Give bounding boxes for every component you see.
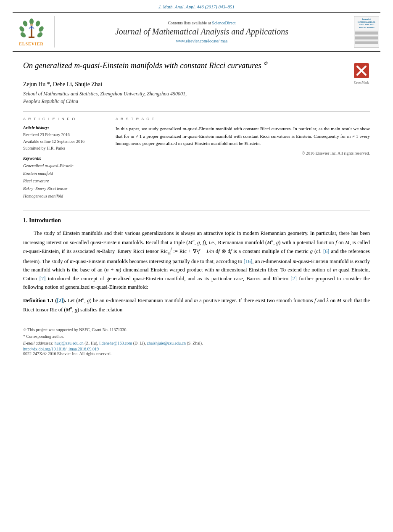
- svg-point-4: [37, 25, 44, 32]
- keyword-2: Einstein manifold: [23, 170, 107, 177]
- journal-url[interactable]: www.elsevier.com/locate/jmaa: [176, 39, 228, 43]
- svg-point-5: [19, 32, 26, 39]
- journal-title: Journal of Mathematical Analysis and App…: [115, 27, 288, 37]
- crossmark-label: CrossMark: [353, 81, 370, 84]
- elsevier-logo: ELSEVIER: [13, 16, 55, 47]
- copyright: © 2016 Elsevier Inc. All rights reserved…: [116, 151, 370, 155]
- journal-header: ELSEVIER Contents lists available at Sci…: [13, 12, 380, 52]
- thumb-image: Journal ofMATHEMATICALANALYSIS ANDAPPLIC…: [354, 16, 379, 47]
- title-text: On generalized m-quasi-Einstein manifold…: [23, 61, 268, 70]
- section-divider: [23, 211, 370, 211]
- keyword-3: Ricci curvature: [23, 177, 107, 185]
- thumb-title-text: Journal ofMATHEMATICALANALYSIS ANDAPPLIC…: [358, 18, 375, 29]
- svg-text:CrossMark: CrossMark: [356, 76, 367, 79]
- svg-line-12: [32, 27, 34, 29]
- email-li[interactable]: lldehehe@163.com: [99, 341, 132, 345]
- email-zhai[interactable]: zhaishjuie@zzu.edu.cn: [147, 341, 186, 345]
- svg-point-2: [34, 20, 40, 27]
- keyword-4: Bakry–Emery Ricci tensor: [23, 185, 107, 192]
- article-info-label: A R T I C L E I N F O: [23, 117, 107, 121]
- keywords-label: Keywords:: [23, 156, 107, 161]
- keywords-block: Keywords: Generalized m-quasi-Einstein E…: [23, 156, 107, 200]
- keywords-list: Generalized m-quasi-Einstein Einstein ma…: [23, 162, 107, 200]
- received-date: Received 23 February 2016: [23, 132, 107, 138]
- keyword-1: Generalized m-quasi-Einstein: [23, 162, 107, 170]
- svg-point-0: [29, 18, 34, 24]
- svg-line-11: [29, 27, 31, 29]
- footnote-star: ✩ This project was supported by NSFC, Gr…: [23, 327, 370, 333]
- footnote-email: E-mail addresses: huzj@zzu.edu.cn (Z. Hu…: [23, 340, 370, 347]
- svg-rect-8: [29, 37, 34, 38]
- svg-point-6: [36, 32, 43, 39]
- crossmark-icon: CrossMark: [353, 62, 370, 79]
- svg-point-1: [22, 20, 28, 27]
- authors: Zejun Hu *, Dehe Li, Shujie Zhai: [23, 81, 370, 88]
- abstract-label: A B S T R A C T: [116, 117, 370, 121]
- definition-label: Definition 1.1 ([2]).: [23, 298, 66, 303]
- intro-paragraph-1: The study of Einstein manifolds and thei…: [23, 229, 370, 292]
- crossmark-badge: CrossMark CrossMark: [353, 62, 370, 79]
- abstract-text: In this paper, we study generalized m-qu…: [116, 125, 370, 147]
- definition-text: Let (Mn, g) be an n-dimensional Riemanni…: [23, 298, 370, 313]
- journal-reference: J. Math. Anal. Appl. 446 (2017) 843–851: [0, 0, 393, 12]
- contents-available: Contents lists available at ScienceDirec…: [168, 21, 235, 25]
- article-info-column: A R T I C L E I N F O Article history: R…: [23, 117, 107, 204]
- submitted-by: Submitted by H.R. Parks: [23, 145, 107, 152]
- abstract-column: A B S T R A C T In this paper, we study …: [116, 117, 370, 204]
- page: J. Math. Anal. Appl. 446 (2017) 843–851: [0, 0, 393, 532]
- article-content: On generalized m-quasi-Einstein manifold…: [0, 52, 393, 364]
- intro-heading: 1. Introduction: [23, 217, 370, 224]
- journal-ref-text: J. Math. Anal. Appl. 446 (2017) 843–851: [158, 4, 235, 9]
- title-row: On generalized m-quasi-Einstein manifold…: [23, 60, 370, 79]
- article-history: Article history: Received 23 February 20…: [23, 125, 107, 152]
- article-title: On generalized m-quasi-Einstein manifold…: [23, 60, 349, 70]
- doi-text[interactable]: http://dx.doi.org/10.1016/j.jmaa.2016.09…: [23, 347, 99, 351]
- footnote-asterisk: * Corresponding author.: [23, 333, 370, 340]
- elsevier-label: ELSEVIER: [19, 42, 44, 46]
- affiliation-line1: School of Mathematics and Statistics, Zh…: [23, 91, 187, 97]
- header-center: Contents lists available at ScienceDirec…: [55, 16, 349, 47]
- definition-block: Definition 1.1 ([2]). Let (Mn, g) be an …: [23, 296, 370, 314]
- journal-thumbnail: Journal ofMATHEMATICALANALYSIS ANDAPPLIC…: [349, 16, 380, 47]
- article-info-abstract: A R T I C L E I N F O Article history: R…: [23, 111, 370, 204]
- affiliation: School of Mathematics and Statistics, Zh…: [23, 90, 370, 105]
- sciencedirect-link[interactable]: ScienceDirect: [212, 21, 235, 25]
- svg-point-3: [18, 25, 25, 32]
- svg-rect-10: [31, 26, 32, 29]
- keyword-5: Homogeneous manifold: [23, 192, 107, 200]
- affiliation-line2: People's Republic of China: [23, 98, 78, 104]
- contents-text: Contents lists available at: [168, 21, 211, 25]
- issn-line: 0022-247X/© 2016 Elsevier Inc. All right…: [23, 351, 370, 356]
- thumb-lines: [355, 30, 378, 45]
- email-hu[interactable]: huzj@zzu.edu.cn: [55, 341, 84, 345]
- available-date: Available online 12 September 2016: [23, 138, 107, 145]
- footnotes-area: ✩ This project was supported by NSFC, Gr…: [23, 323, 370, 356]
- authors-text: Zejun Hu *, Dehe Li, Shujie Zhai: [23, 81, 102, 87]
- svg-point-9: [30, 24, 33, 26]
- elsevier-tree-icon: [17, 17, 46, 40]
- doi-link[interactable]: http://dx.doi.org/10.1016/j.jmaa.2016.09…: [23, 347, 370, 351]
- history-label: Article history:: [23, 125, 107, 130]
